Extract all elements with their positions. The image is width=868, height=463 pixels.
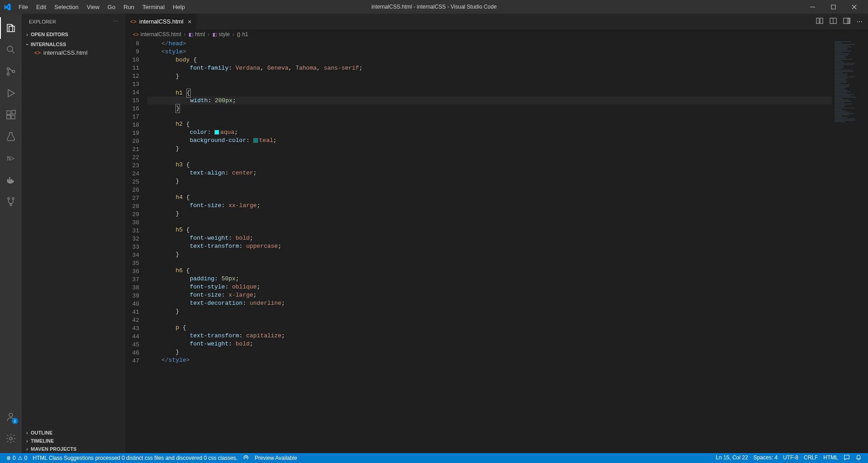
menu-help[interactable]: Help [169, 2, 189, 12]
breadcrumb-item[interactable]: ◧ html [189, 31, 205, 38]
svg-rect-0 [810, 7, 815, 7]
tab[interactable]: <> internalCSS.html × [126, 14, 197, 29]
status-errors[interactable]: ⊗ 0 ⚠ 0 [4, 453, 30, 463]
extensions-icon[interactable] [0, 104, 22, 126]
breadcrumb-item[interactable]: ◧ style [212, 31, 230, 38]
nx-icon[interactable]: N> [0, 147, 22, 169]
svg-point-5 [13, 71, 15, 73]
status-suggestions[interactable]: HTML Class Suggestions processed 0 disti… [30, 453, 240, 463]
section-timeline[interactable]: › TIMELINE [22, 437, 126, 445]
chevron-down-icon: › [25, 41, 30, 48]
github-icon[interactable] [0, 191, 22, 213]
symbol-icon: {} [237, 32, 240, 37]
window-controls [802, 0, 864, 14]
svg-point-18 [9, 437, 12, 440]
minimap[interactable] [832, 39, 868, 453]
more-icon[interactable]: ⋯ [113, 19, 118, 24]
tabs-actions: ⋯ [816, 14, 868, 29]
menu-view[interactable]: View [83, 2, 104, 12]
svg-point-16 [10, 204, 12, 206]
chevron-right-icon: › [24, 447, 31, 452]
breadcrumb-item[interactable]: <> internalCSS.html [133, 31, 181, 38]
menu-go[interactable]: Go [104, 2, 119, 12]
svg-point-2 [7, 46, 13, 52]
settings-gear-icon[interactable] [0, 428, 22, 449]
explorer-icon[interactable] [0, 17, 22, 39]
vscode-logo-icon [4, 3, 11, 10]
editor-area: <> internalCSS.html × ⋯ <> interna [126, 14, 868, 453]
status-eol[interactable]: CRLF [801, 454, 821, 461]
window-title: internalCSS.html - internalCSS - Visual … [371, 4, 496, 10]
svg-point-17 [9, 413, 13, 417]
compare-icon[interactable] [816, 17, 823, 26]
debug-icon[interactable] [0, 82, 22, 104]
menu-edit[interactable]: Edit [32, 2, 50, 12]
warning-icon: ⚠ [18, 455, 23, 461]
feedback-icon [844, 454, 850, 462]
section-open-editors[interactable]: › OPEN EDITORS [22, 30, 126, 38]
close-button[interactable] [844, 0, 864, 14]
more-icon[interactable]: ⋯ [857, 18, 863, 25]
symbol-icon: ◧ [189, 32, 193, 38]
svg-rect-7 [7, 115, 10, 119]
split-icon[interactable] [843, 17, 850, 26]
html-file-icon: <> [34, 50, 41, 56]
section-project[interactable]: › INTERNALCSS [22, 40, 126, 48]
menu-selection[interactable]: Selection [50, 2, 82, 12]
docker-icon[interactable] [0, 169, 22, 191]
menu-file[interactable]: File [14, 2, 32, 12]
chevron-right-icon: › [24, 32, 31, 37]
file-label: internalCSS.html [43, 49, 88, 56]
svg-point-14 [8, 198, 9, 199]
status-go-live[interactable] [240, 453, 252, 463]
menu-bar: File Edit Selection View Go Run Terminal… [14, 2, 189, 12]
menu-run[interactable]: Run [119, 2, 138, 12]
status-preview[interactable]: Preview Available [252, 453, 300, 463]
activity-bar: N> 1 [0, 14, 22, 453]
tabs-row: <> internalCSS.html × ⋯ [126, 14, 868, 29]
chevron-right-icon: › [208, 31, 210, 38]
close-icon[interactable]: × [188, 18, 192, 25]
account-icon[interactable]: 1 [0, 406, 22, 428]
titlebar: File Edit Selection View Go Run Terminal… [0, 0, 868, 14]
chevron-right-icon: › [184, 31, 186, 38]
status-feedback[interactable] [841, 454, 853, 462]
account-badge: 1 [12, 418, 18, 424]
code-area[interactable]: </head> <style> body { font-family: Verd… [147, 39, 832, 453]
maximize-button[interactable] [823, 0, 844, 14]
sidebar-header: EXPLORER ⋯ [22, 14, 126, 29]
status-bell[interactable] [853, 454, 864, 462]
sidebar-title: EXPLORER [29, 19, 56, 24]
chevron-right-icon: › [24, 439, 31, 444]
source-control-icon[interactable] [0, 61, 22, 82]
breadcrumb: <> internalCSS.html › ◧ html › ◧ style ›… [126, 29, 868, 39]
test-icon[interactable] [0, 126, 22, 147]
status-spaces[interactable]: Spaces: 4 [751, 454, 780, 461]
status-bar: ⊗ 0 ⚠ 0 HTML Class Suggestions processed… [0, 453, 868, 463]
svg-rect-8 [11, 115, 15, 119]
status-cursor[interactable]: Ln 15, Col 22 [713, 454, 750, 461]
editor-body[interactable]: 8910111213141516171819202122232425262728… [126, 39, 868, 453]
section-outline[interactable]: › OUTLINE [22, 429, 126, 437]
svg-point-4 [7, 73, 9, 76]
svg-rect-9 [12, 110, 15, 114]
menu-terminal[interactable]: Terminal [138, 2, 169, 12]
svg-rect-13 [9, 177, 10, 179]
status-language[interactable]: HTML [821, 454, 841, 461]
html-file-icon: <> [130, 19, 137, 25]
preview-icon[interactable] [830, 17, 837, 26]
chevron-right-icon: › [232, 31, 234, 38]
file-item[interactable]: <> internalCSS.html [22, 48, 126, 57]
breadcrumb-item[interactable]: {} h1 [237, 31, 248, 38]
svg-rect-10 [7, 179, 9, 180]
chevron-right-icon: › [24, 430, 31, 435]
minimize-button[interactable] [802, 0, 823, 14]
error-icon: ⊗ [6, 455, 11, 461]
status-encoding[interactable]: UTF-8 [780, 454, 801, 461]
search-icon[interactable] [0, 39, 22, 61]
svg-rect-23 [847, 18, 850, 24]
svg-rect-19 [816, 18, 819, 24]
section-maven[interactable]: › MAVEN PROJECTS [22, 445, 126, 453]
svg-rect-6 [7, 111, 10, 114]
line-gutter: 8910111213141516171819202122232425262728… [126, 39, 147, 453]
